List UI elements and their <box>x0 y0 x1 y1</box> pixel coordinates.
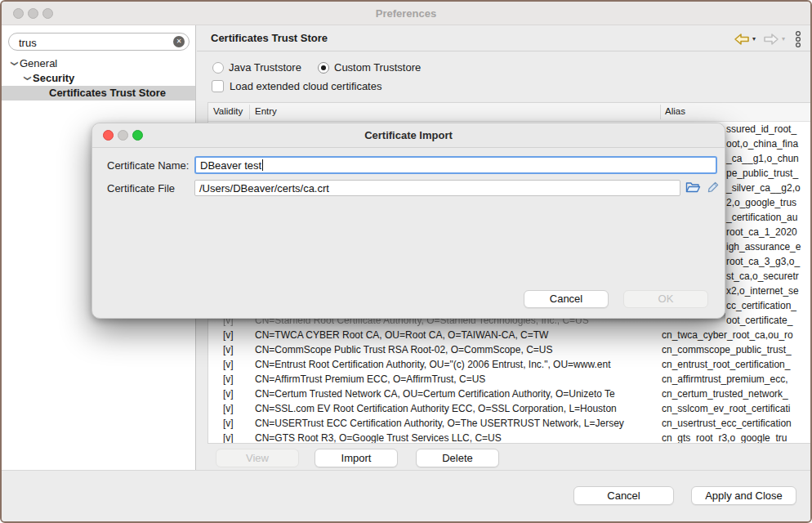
entry-cell: CN=Entrust Root Certification Authority,… <box>255 357 658 372</box>
entry-cell: CN=AffirmTrust Premium ECC, O=AffirmTrus… <box>255 372 658 387</box>
column-divider[interactable] <box>660 105 661 119</box>
table-row[interactable]: [v]CN=USERTrust ECC Certification Author… <box>208 416 811 431</box>
alias-cell: cn_entrust_root_certification_ <box>662 357 811 372</box>
column-entry[interactable]: Entry <box>255 106 277 116</box>
back-icon[interactable] <box>734 33 750 46</box>
cancel-button[interactable]: Cancel <box>573 486 674 505</box>
chevron-down-icon[interactable]: ❯ <box>7 60 22 70</box>
sidebar-item-label: Security <box>33 72 74 84</box>
edit-pencil-icon[interactable] <box>707 181 720 197</box>
alias-fragment: _certification_au <box>726 210 797 225</box>
validity-cell: [v] <box>223 387 234 401</box>
certificate-file-label: Certificate File <box>107 182 175 194</box>
forward-icon <box>763 33 779 46</box>
back-history-caret-icon[interactable]: ▾ <box>752 35 756 42</box>
alias-fragment: igh_assurance_e <box>726 239 801 254</box>
radio-java-truststore[interactable]: Java Truststore <box>212 61 301 74</box>
page-title: Certificates Trust Store <box>211 32 328 44</box>
table-row[interactable]: [v]CN=AffirmTrust Premium ECC, O=AffirmT… <box>208 372 811 387</box>
alias-fragment: oot,o_china_fina <box>726 136 798 151</box>
certificate-import-dialog: Certificate Import Certificate Name: DBe… <box>91 123 725 319</box>
radio-custom-icon[interactable] <box>318 62 329 74</box>
table-row[interactable]: [v]CN=CommScope Public Trust RSA Root-02… <box>208 342 811 357</box>
certificate-file-input[interactable]: /Users/DBeaver/certs/ca.crt <box>194 180 680 196</box>
window-title: Preferences <box>2 7 810 20</box>
alias-cell: cn_usertrust_ecc_certification <box>662 416 811 431</box>
preferences-window: Preferences ✕ ❯General❯SecurityCertifica… <box>0 0 812 523</box>
alias-fragment: 2,o_google_trus <box>726 195 796 210</box>
dialog-titlebar: Certificate Import <box>92 123 725 148</box>
validity-cell: [v] <box>223 357 234 372</box>
alias-fragment: oot_certificate_ <box>726 313 792 328</box>
checkbox-label: Load extended cloud certificates <box>230 80 381 92</box>
dialog-ok-button[interactable]: OK <box>623 290 708 308</box>
checkbox-icon[interactable] <box>212 80 224 92</box>
column-divider[interactable] <box>249 105 250 119</box>
table-row[interactable]: [v]CN=Entrust Root Certification Authori… <box>208 357 811 372</box>
forward-history-caret-icon: ▾ <box>782 35 785 42</box>
alias-fragment: pe_public_trust_ <box>726 166 798 181</box>
entry-cell: CN=GTS Root R3, O=Google Trust Services … <box>255 431 658 444</box>
column-validity[interactable]: Validity <box>213 106 243 116</box>
alias-fragment: cc_certification_ <box>726 298 796 313</box>
import-button[interactable]: Import <box>315 449 398 467</box>
alias-fragment: root_ca_1_2020 <box>726 225 797 239</box>
alias-fragment: root_ca_3_g3,o_ <box>726 254 800 269</box>
search-input[interactable] <box>17 34 167 51</box>
alias-cell: cn_certum_trusted_network_ <box>662 387 811 401</box>
alias-fragment: _ca__g1,o_chun <box>726 151 799 166</box>
radio-custom-label: Custom Truststore <box>334 61 421 74</box>
validity-cell: [v] <box>223 372 234 387</box>
table-row[interactable]: [v]CN=GTS Root R3, O=Google Trust Servic… <box>208 431 811 444</box>
sidebar-item-label: General <box>20 57 57 69</box>
validity-cell: [v] <box>223 401 234 416</box>
validity-cell: [v] <box>223 342 234 357</box>
table-row[interactable]: [v]CN=SSL.com EV Root Certification Auth… <box>208 401 811 416</box>
alias-cell: cn_gts_root_r3,o_google_tru <box>662 431 811 444</box>
validity-cell: [v] <box>223 416 234 431</box>
validity-cell: [v] <box>223 328 234 342</box>
sidebar-item-certificates-trust-store[interactable]: Certificates Trust Store <box>2 86 195 101</box>
apply-and-close-button[interactable]: Apply and Close <box>691 486 796 505</box>
alias-cell: cn_affirmtrust_premium_ecc, <box>662 372 811 387</box>
sidebar-item-security[interactable]: ❯Security <box>2 71 195 86</box>
delete-button[interactable]: Delete <box>416 449 499 467</box>
sidebar-item-general[interactable]: ❯General <box>2 56 195 71</box>
validity-cell: [v] <box>223 431 234 444</box>
dialog-cancel-button[interactable]: Cancel <box>524 290 609 308</box>
table-row[interactable]: [v]CN=Certum Trusted Network CA, OU=Cert… <box>208 387 811 401</box>
alias-fragment: x2,o_internet_se <box>726 284 799 298</box>
dialog-footer: Cancel Apply and Close <box>2 470 810 521</box>
entry-cell: CN=TWCA CYBER Root CA, OU=Root CA, O=TAI… <box>255 328 658 342</box>
browse-folder-icon[interactable] <box>685 181 701 197</box>
window-titlebar: Preferences <box>2 2 810 25</box>
certificate-name-label: Certificate Name: <box>107 159 189 172</box>
alias-cell: cn_commscope_public_trust_ <box>662 342 811 357</box>
column-alias[interactable]: Alias <box>665 106 685 116</box>
radio-java-icon[interactable] <box>212 62 224 74</box>
dialog-title: Certificate Import <box>92 129 725 141</box>
filter-search-field[interactable]: ✕ <box>8 33 190 51</box>
entry-cell: CN=USERTrust ECC Certification Authority… <box>255 416 658 431</box>
alias-fragment: st_ca,o_securetr <box>726 269 799 284</box>
alias-cell: cn_twca_cyber_root_ca,ou_ro <box>662 328 811 342</box>
chevron-down-icon[interactable]: ❯ <box>20 75 35 85</box>
view-button[interactable]: View <box>216 449 299 467</box>
certificate-file-value: /Users/DBeaver/certs/ca.crt <box>199 182 329 194</box>
checkbox-load-cloud-certs[interactable]: Load extended cloud certificates <box>212 80 381 92</box>
entry-cell: CN=SSL.com EV Root Certification Authori… <box>255 401 658 416</box>
sidebar-item-label: Certificates Trust Store <box>49 87 166 99</box>
page-nav: ▾ ▾ <box>734 30 802 48</box>
certificate-name-input[interactable]: DBeaver test <box>194 156 717 174</box>
clear-search-icon[interactable]: ✕ <box>173 36 185 47</box>
table-row[interactable]: [v]CN=TWCA CYBER Root CA, OU=Root CA, O=… <box>208 328 811 342</box>
page-header: Certificates Trust Store ▾ ▾ <box>197 25 810 51</box>
view-menu-icon[interactable] <box>794 30 802 48</box>
preferences-tree: ❯General❯SecurityCertificates Trust Stor… <box>2 56 195 101</box>
radio-custom-truststore[interactable]: Custom Truststore <box>318 61 421 74</box>
entry-cell: CN=Certum Trusted Network CA, OU=Certum … <box>255 387 658 401</box>
alias-cell: cn_sslcom_ev_root_certificati <box>662 401 811 416</box>
table-header: Validity Entry Alias <box>208 103 811 122</box>
text-cursor <box>262 159 263 171</box>
certificate-name-value: DBeaver test <box>200 159 261 172</box>
